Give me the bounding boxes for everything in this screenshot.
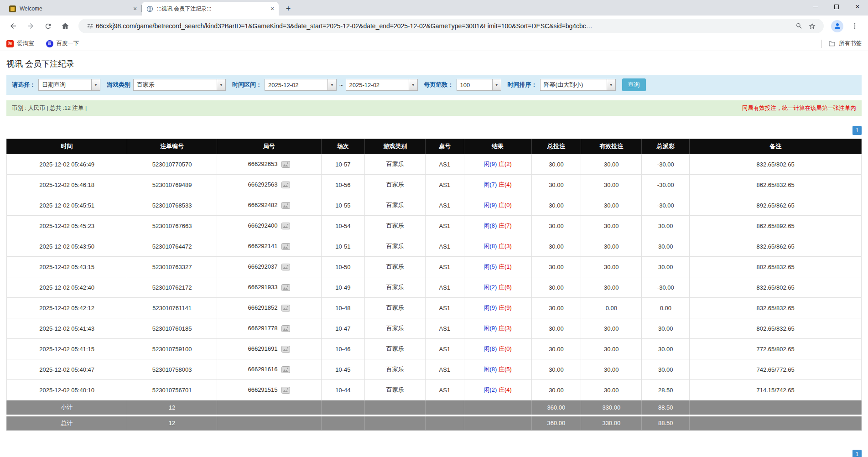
- cell-session: 10-49: [321, 277, 365, 298]
- game-kind-input[interactable]: [133, 79, 217, 91]
- result-player: 闲(9): [483, 161, 497, 167]
- bet-table-body: 2025-12-02 05:46:49 523010770570 6662926…: [7, 154, 862, 400]
- col-header-note: 备注: [690, 139, 862, 154]
- round-replay-icon[interactable]: [281, 305, 290, 312]
- cell-bet-id: 523010762172: [127, 277, 217, 298]
- cell-total-bet[interactable]: 30.00: [531, 216, 581, 236]
- round-number: 666292400: [248, 222, 277, 229]
- round-replay-icon[interactable]: [281, 161, 290, 168]
- cell-session: 10-57: [321, 154, 365, 175]
- forward-icon[interactable]: [24, 19, 37, 33]
- cell-total-bet[interactable]: 30.00: [531, 318, 581, 339]
- date-end-dropdown-button[interactable]: ▼: [409, 79, 418, 91]
- result-banker: 庄(0): [499, 345, 512, 352]
- cell-payout: 30.00: [642, 216, 690, 236]
- sort-input[interactable]: [540, 79, 607, 91]
- maximize-button[interactable]: [826, 0, 847, 14]
- cell-valid-bet: 30.00: [581, 154, 642, 175]
- cell-total-bet[interactable]: 30.00: [531, 154, 581, 175]
- table-row: 2025-12-02 05:45:51 523010768533 6662924…: [7, 195, 862, 216]
- round-replay-icon[interactable]: [281, 325, 290, 332]
- tab-close-icon[interactable]: ×: [269, 5, 276, 12]
- page-content: 视讯 会员下注纪录 请选择： ▼ 游戏类别 ▼ 时间区间： ▼ ~ ▼ 每页笔数…: [0, 58, 868, 431]
- close-button[interactable]: ×: [847, 0, 868, 14]
- round-replay-icon[interactable]: [281, 346, 290, 353]
- date-range-label: 时间区间：: [232, 81, 262, 89]
- sort-dropdown-button[interactable]: ▼: [607, 79, 616, 91]
- cell-total-bet[interactable]: 30.00: [531, 175, 581, 195]
- cell-total-bet[interactable]: 30.00: [531, 277, 581, 298]
- date-start-input[interactable]: [265, 79, 327, 91]
- tab-title: Welcome: [20, 5, 129, 12]
- result-banker: 庄(7): [499, 222, 512, 229]
- round-replay-icon[interactable]: [281, 202, 290, 209]
- all-bookmarks-button[interactable]: 所有书签: [821, 40, 862, 48]
- cell-note: 832.65/862.65: [690, 236, 862, 257]
- tab-betrecord[interactable]: :::视讯 会员下注纪录::: ×: [142, 2, 279, 16]
- page-number-button[interactable]: 1: [852, 450, 862, 457]
- query-type-dropdown-button[interactable]: ▼: [91, 79, 100, 91]
- page-size-input[interactable]: [457, 79, 492, 91]
- tab-close-icon[interactable]: ×: [131, 5, 139, 12]
- cell-result: 闲(9) 庄(2): [464, 154, 531, 175]
- cell-game: 百家乐: [365, 216, 426, 236]
- cell-total-bet[interactable]: 30.00: [531, 298, 581, 318]
- home-icon[interactable]: [58, 19, 72, 33]
- profile-avatar[interactable]: [831, 20, 843, 32]
- menu-kebab-icon[interactable]: [848, 19, 862, 33]
- page-size-dropdown-button[interactable]: ▼: [492, 79, 501, 91]
- result-banker: 庄(9): [499, 304, 512, 311]
- result-player: 闲(5): [483, 263, 497, 270]
- date-start-dropdown-button[interactable]: ▼: [327, 79, 337, 91]
- cell-game: 百家乐: [365, 277, 426, 298]
- table-row: 2025-12-02 05:42:40 523010762172 6662919…: [7, 277, 862, 298]
- total-valid-bet: 330.00: [581, 415, 642, 431]
- query-type-input[interactable]: [38, 79, 91, 91]
- cell-total-bet[interactable]: 30.00: [531, 195, 581, 216]
- cell-table: AS1: [426, 216, 464, 236]
- cell-total-bet[interactable]: 30.00: [531, 359, 581, 380]
- reload-icon[interactable]: [41, 19, 55, 33]
- round-replay-icon[interactable]: [281, 223, 290, 229]
- cell-note: 892.65/862.65: [690, 195, 862, 216]
- round-number: 666292141: [248, 243, 277, 249]
- cell-session: 10-45: [321, 359, 365, 380]
- round-replay-icon[interactable]: [281, 284, 290, 291]
- cell-total-bet[interactable]: 30.00: [531, 380, 581, 400]
- cell-table: AS1: [426, 318, 464, 339]
- new-tab-button[interactable]: +: [282, 3, 294, 15]
- subtotal-valid-bet: 330.00: [581, 400, 642, 415]
- table-row: 2025-12-02 05:43:15 523010763327 6662920…: [7, 257, 862, 277]
- date-start-combo: ▼: [265, 79, 337, 91]
- tab-welcome[interactable]: Welcome ×: [5, 2, 141, 16]
- cell-total-bet[interactable]: 30.00: [531, 236, 581, 257]
- bookmark-baidu[interactable]: 百 百度一下: [46, 40, 79, 47]
- round-replay-icon[interactable]: [281, 243, 290, 250]
- round-replay-icon[interactable]: [281, 264, 290, 270]
- cell-total-bet[interactable]: 30.00: [531, 339, 581, 359]
- round-replay-icon[interactable]: [281, 366, 290, 373]
- result-player: 闲(8): [483, 243, 497, 249]
- address-bar[interactable]: 66cxkj98.com/game/betrecord_search/kind3…: [78, 19, 824, 33]
- round-replay-icon[interactable]: [281, 182, 290, 188]
- bookmark-taobao[interactable]: 淘 爱淘宝: [6, 40, 34, 47]
- page-number-button[interactable]: 1: [852, 126, 862, 135]
- cell-game: 百家乐: [365, 339, 426, 359]
- cell-total-bet[interactable]: 30.00: [531, 257, 581, 277]
- zoom-icon[interactable]: [794, 21, 805, 31]
- back-icon[interactable]: [6, 19, 20, 33]
- cell-session: 10-54: [321, 216, 365, 236]
- total-count: 12: [127, 415, 217, 431]
- round-replay-icon[interactable]: [281, 387, 290, 394]
- bookmark-star-icon[interactable]: [806, 21, 817, 31]
- cell-session: 10-50: [321, 257, 365, 277]
- tab-strip: Welcome × :::视讯 会员下注纪录::: × + ×: [0, 0, 868, 16]
- search-button[interactable]: 查询: [622, 78, 646, 91]
- result-banker: 庄(5): [499, 366, 512, 373]
- game-kind-dropdown-button[interactable]: ▼: [217, 79, 226, 91]
- minimize-button[interactable]: [805, 0, 826, 14]
- query-type-combo: ▼: [38, 79, 100, 91]
- site-info-icon[interactable]: [85, 21, 95, 31]
- date-range-separator: ~: [339, 82, 343, 88]
- date-end-input[interactable]: [346, 79, 409, 91]
